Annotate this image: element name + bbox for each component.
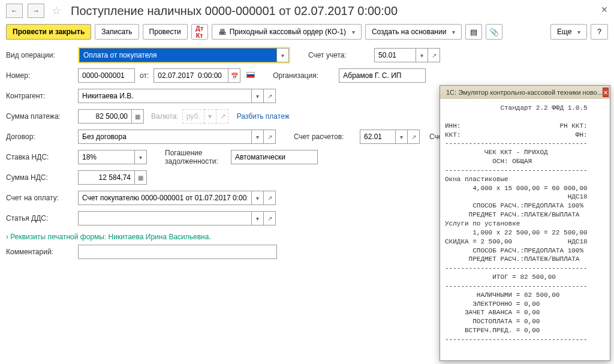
post-and-close-button[interactable]: Провести и закрыть bbox=[6, 24, 91, 40]
nav-back-button[interactable]: ← bbox=[6, 4, 23, 18]
account-input[interactable] bbox=[374, 48, 416, 62]
dtkt-button[interactable]: ДтКт bbox=[191, 24, 208, 40]
page-title: Поступление наличных 0000-000001 от 02.0… bbox=[71, 4, 398, 18]
kkt-emulator-close-button[interactable]: ✕ bbox=[603, 88, 609, 97]
vat-rate-dropdown-icon[interactable]: ▾ bbox=[135, 150, 147, 164]
date-label: от: bbox=[140, 71, 149, 80]
operation-type-label: Вид операции: bbox=[6, 51, 78, 59]
invoice-open-icon[interactable]: ↗ bbox=[264, 191, 276, 205]
counterparty-open-icon[interactable]: ↗ bbox=[264, 89, 276, 103]
create-based-on-button[interactable]: Создать на основании bbox=[365, 24, 462, 40]
kkt-receipt-text: Стандарт 2.2 ФФД 1.0.5 ИНН: РН ККТ: ККТ:… bbox=[440, 99, 610, 349]
dds-dropdown-icon[interactable]: ▾ bbox=[252, 211, 264, 225]
amount-calc-icon[interactable]: ▦ bbox=[132, 109, 144, 124]
contract-open-icon[interactable]: ↗ bbox=[264, 130, 276, 144]
comment-label: Комментарий: bbox=[6, 248, 78, 256]
print-ko1-label: Приходный кассовый ордер (КО-1) bbox=[230, 28, 346, 36]
attachments-button[interactable] bbox=[486, 24, 502, 40]
account-field[interactable]: ▾ ↗ bbox=[374, 48, 440, 62]
number-input[interactable] bbox=[78, 68, 135, 83]
settlement-account-label: Счет расчетов: bbox=[294, 133, 360, 141]
settlement-account-open-icon[interactable]: ↗ bbox=[408, 130, 420, 144]
settlement-account-dropdown-icon[interactable]: ▾ bbox=[396, 130, 408, 144]
comment-input[interactable] bbox=[78, 245, 277, 259]
help-button[interactable]: ? bbox=[591, 24, 608, 40]
structure-button[interactable] bbox=[465, 24, 482, 40]
post-button[interactable]: Провести bbox=[143, 24, 188, 40]
debt-repay-label: Погашение задолженности: bbox=[165, 149, 231, 166]
kkt-emulator-title: 1С: Эмулятор контрольно-кассовой техники… bbox=[446, 89, 603, 96]
calendar-icon[interactable]: 📅 bbox=[228, 68, 240, 83]
amount-input[interactable] bbox=[78, 109, 132, 124]
number-label: Номер: bbox=[6, 71, 78, 80]
flag-wrapper[interactable] bbox=[246, 71, 255, 80]
currency-open-icon: ↗ bbox=[216, 109, 228, 124]
vat-rate-input[interactable] bbox=[78, 150, 135, 164]
sheet-icon bbox=[470, 28, 477, 37]
contract-label: Договор: bbox=[6, 133, 78, 141]
date-input[interactable] bbox=[154, 68, 228, 83]
currency-value: руб. bbox=[182, 109, 204, 124]
debt-repay-input[interactable] bbox=[231, 150, 318, 164]
favorite-star-icon[interactable]: ☆ bbox=[52, 4, 61, 17]
currency-label: Валюта: bbox=[151, 112, 179, 121]
account-label: Счет учета: bbox=[308, 51, 374, 59]
dds-label: Статья ДДС: bbox=[6, 214, 78, 222]
invoice-label: Счет на оплату: bbox=[6, 194, 78, 202]
counterparty-label: Контрагент: bbox=[6, 92, 78, 100]
split-payment-link[interactable]: Разбить платеж bbox=[237, 112, 290, 121]
contract-input[interactable] bbox=[78, 130, 252, 144]
dds-input[interactable] bbox=[78, 211, 252, 225]
print-ko1-button[interactable]: Приходный кассовый ордер (КО-1) bbox=[212, 24, 362, 40]
contract-dropdown-icon[interactable]: ▾ bbox=[252, 130, 264, 144]
invoice-input[interactable] bbox=[78, 191, 252, 205]
counterparty-dropdown-icon[interactable]: ▾ bbox=[252, 89, 264, 103]
vat-sum-label: Сумма НДС: bbox=[6, 173, 78, 182]
kkt-receipt-area[interactable]: Стандарт 2.2 ФФД 1.0.5 ИНН: РН ККТ: ККТ:… bbox=[440, 99, 610, 360]
operation-type-dropdown-icon[interactable]: ▾ bbox=[277, 48, 289, 62]
currency-dropdown-icon: ▾ bbox=[204, 109, 216, 124]
nav-forward-button[interactable]: → bbox=[28, 4, 44, 18]
invoice-dropdown-icon[interactable]: ▾ bbox=[252, 191, 264, 205]
more-button[interactable]: Еще bbox=[550, 24, 587, 40]
account-dropdown-icon[interactable]: ▾ bbox=[416, 48, 428, 62]
amount-label: Сумма платежа: bbox=[6, 112, 78, 121]
kkt-emulator-window: 1С: Эмулятор контрольно-кассовой техники… bbox=[440, 85, 610, 361]
dtkt-icon: ДтКт bbox=[195, 25, 203, 39]
vat-sum-calc-icon[interactable]: ▦ bbox=[135, 170, 147, 185]
operation-type-field[interactable]: ▾ bbox=[79, 48, 289, 62]
vat-sum-input[interactable] bbox=[78, 170, 135, 185]
clip-icon bbox=[489, 28, 499, 37]
dds-open-icon[interactable]: ↗ bbox=[264, 211, 276, 225]
settlement-account-input[interactable] bbox=[360, 130, 396, 144]
org-input[interactable] bbox=[339, 68, 426, 83]
save-button[interactable]: Записать bbox=[95, 24, 139, 40]
printer-icon bbox=[218, 28, 226, 37]
flag-icon bbox=[246, 72, 255, 78]
org-label: Организация: bbox=[273, 71, 339, 80]
vat-rate-label: Ставка НДС: bbox=[6, 153, 78, 161]
counterparty-input[interactable] bbox=[78, 89, 252, 103]
operation-type-input[interactable] bbox=[79, 48, 277, 62]
close-icon[interactable]: ✕ bbox=[601, 5, 608, 14]
kkt-emulator-titlebar[interactable]: 1С: Эмулятор контрольно-кассовой техники… bbox=[440, 86, 610, 99]
account-open-icon[interactable]: ↗ bbox=[428, 48, 440, 62]
